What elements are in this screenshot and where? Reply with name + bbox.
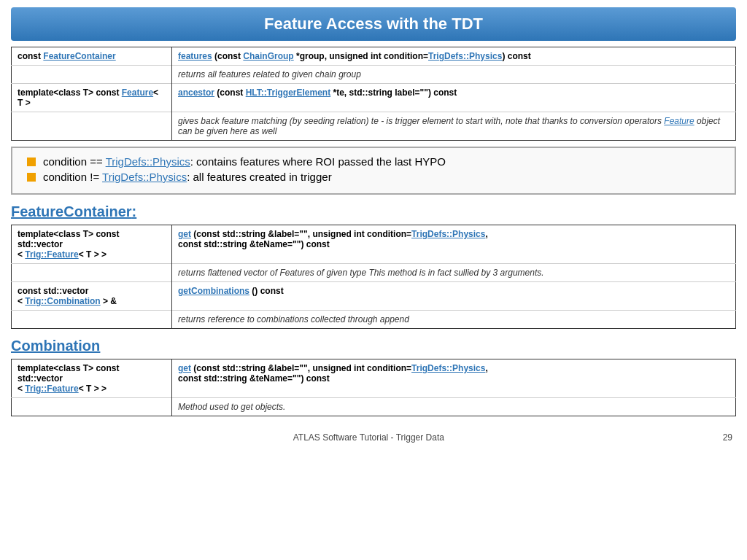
table-row: const FeatureContainer features (const C…: [12, 47, 736, 66]
combination-heading: Combination: [11, 338, 736, 354]
bullet-item-2: condition != TrigDefs::Physics: all feat…: [27, 171, 720, 183]
trigdefs-physics-link-1[interactable]: TrigDefs::Physics: [428, 51, 502, 61]
type-cell-empty: [12, 311, 172, 329]
chain-group-link[interactable]: ChainGroup: [243, 51, 293, 61]
colon: :: [132, 203, 137, 219]
get-link-combo[interactable]: get: [178, 363, 191, 373]
feature-container-heading: FeatureContainer:: [11, 203, 736, 220]
footer-page: 29: [723, 432, 732, 443]
trig-feature-link-combo[interactable]: Trig::Feature: [25, 384, 78, 394]
table-row: const std::vector< Trig::Combination > &…: [12, 282, 736, 311]
feature-container-link[interactable]: FeatureContainer: [43, 51, 115, 61]
table-row-desc: returns reference to combinations collec…: [12, 311, 736, 329]
top-api-table: const FeatureContainer features (const C…: [11, 47, 736, 141]
table-row-desc: Method used to get objects.: [12, 398, 736, 416]
table-row-desc: gives back feature matching (by seeding …: [12, 112, 736, 141]
trig-feature-link[interactable]: Trig::Feature: [25, 249, 78, 260]
trigdefs-physics-bullet-2[interactable]: TrigDefs::Physics: [102, 171, 187, 183]
bullet-item-1: condition == TrigDefs::Physics: contains…: [27, 155, 720, 168]
hlt-trigger-element-link[interactable]: HLT::TriggerElement: [246, 88, 330, 98]
desc-cell: returns flattened vector of Features of …: [172, 264, 736, 282]
page-header: Feature Access with the TDT: [11, 7, 736, 41]
desc-cell: returns all features related to given ch…: [172, 66, 736, 84]
type-cell: template<class T> const std::vector< Tri…: [12, 359, 172, 398]
trigdefs-physics-bullet-1[interactable]: TrigDefs::Physics: [106, 155, 190, 168]
bullet-box: condition == TrigDefs::Physics: contains…: [11, 147, 736, 195]
ancestor-link[interactable]: ancestor: [178, 88, 214, 98]
get-combinations-link[interactable]: getCombinations: [178, 286, 249, 296]
type-cell-empty: [12, 398, 172, 416]
table-row: template<class T> const Feature< T > anc…: [12, 84, 736, 112]
page-wrapper: Feature Access with the TDT const Featur…: [0, 7, 747, 447]
get-link-1[interactable]: get: [178, 229, 191, 239]
description-text: returns all features related to given ch…: [178, 69, 361, 79]
type-text: const: [18, 51, 43, 61]
type-cell: const FeatureContainer: [12, 47, 172, 66]
signature-cell: features (const ChainGroup *group, unsig…: [172, 47, 736, 66]
feature-link[interactable]: Feature: [122, 88, 153, 98]
type-cell-empty: [12, 66, 172, 84]
signature-cell: get (const std::string &label="", unsign…: [172, 225, 736, 264]
table-row: template<class T> const std::vector< Tri…: [12, 225, 736, 264]
trigdefs-physics-link-fc[interactable]: TrigDefs::Physics: [411, 229, 485, 239]
desc-cell: gives back feature matching (by seeding …: [172, 112, 736, 141]
combination-section-link[interactable]: Combination: [11, 338, 100, 354]
combination-table: template<class T> const std::vector< Tri…: [11, 359, 736, 416]
bullet-text-1: condition == TrigDefs::Physics: contains…: [43, 155, 446, 168]
description-text: gives back feature matching (by seeding …: [178, 116, 720, 136]
bullet-icon-2: [27, 173, 36, 182]
type-text: template<class T> const std::vector< Tri…: [18, 229, 119, 260]
bullet-icon-1: [27, 158, 36, 166]
footer: ATLAS Software Tutorial - Trigger Data 2…: [0, 428, 747, 447]
description-text: returns flattened vector of Features of …: [178, 268, 544, 278]
type-cell: template<class T> const Feature< T >: [12, 84, 172, 112]
desc-cell: Method used to get objects.: [172, 398, 736, 416]
footer-center: ATLAS Software Tutorial - Trigger Data: [293, 432, 444, 443]
table-row: template<class T> const std::vector< Tri…: [12, 359, 736, 398]
features-link[interactable]: features: [178, 51, 212, 61]
table-row-desc: returns flattened vector of Features of …: [12, 264, 736, 282]
signature-cell: get (const std::string &label="", unsign…: [172, 359, 736, 398]
table-row-desc: returns all features related to given ch…: [12, 66, 736, 84]
description-text: Method used to get objects.: [178, 402, 285, 412]
description-text: returns reference to combinations collec…: [178, 314, 409, 324]
main-content: const FeatureContainer features (const C…: [0, 47, 747, 416]
desc-cell: returns reference to combinations collec…: [172, 311, 736, 329]
type-cell: template<class T> const std::vector< Tri…: [12, 225, 172, 264]
page-title: Feature Access with the TDT: [26, 15, 721, 34]
type-text: template<class T> const std::vector< Tri…: [18, 363, 119, 394]
trig-combination-link[interactable]: Trig::Combination: [25, 296, 100, 306]
bullet-text-2: condition != TrigDefs::Physics: all feat…: [43, 171, 332, 183]
type-cell-empty: [12, 112, 172, 141]
type-cell-empty: [12, 264, 172, 282]
type-text: const std::vector< Trig::Combination > &: [18, 286, 117, 306]
feature-container-section-link[interactable]: FeatureContainer: [11, 203, 132, 219]
type-cell: const std::vector< Trig::Combination > &: [12, 282, 172, 311]
feature-container-table: template<class T> const std::vector< Tri…: [11, 225, 736, 329]
trigdefs-physics-link-combo[interactable]: TrigDefs::Physics: [411, 363, 485, 373]
signature-cell: ancestor (const HLT::TriggerElement *te,…: [172, 84, 736, 112]
type-text: template<class T> const Feature< T >: [18, 88, 158, 108]
feature-link-2[interactable]: Feature: [664, 116, 694, 126]
signature-cell: getCombinations () const: [172, 282, 736, 311]
